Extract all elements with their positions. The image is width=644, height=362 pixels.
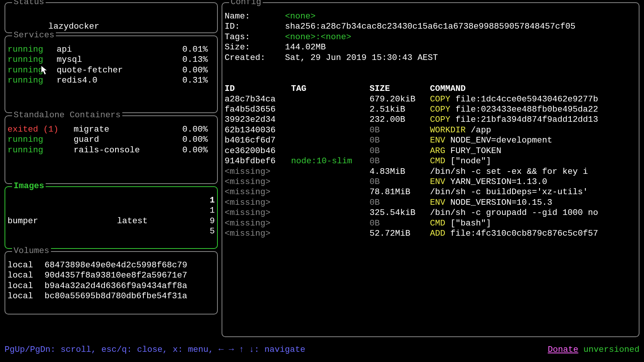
layer-tag (291, 125, 370, 135)
layer-id: <missing> (225, 167, 291, 177)
app-name: lazydocker (48, 21, 99, 31)
layer-command: ENV NODE_ENV=development (430, 135, 636, 146)
service-row[interactable]: runningapi0.01% (8, 44, 215, 55)
layer-command: WORKDIR /app (430, 125, 636, 135)
layer-id: <missing> (225, 187, 291, 197)
layer-size: 2.51kiB (370, 104, 430, 115)
standalone-title: Standalone Containers (12, 110, 122, 120)
layer-tag (291, 115, 370, 125)
layer-tag (291, 146, 370, 156)
layer-tag (291, 187, 370, 197)
layer-id: fa4b5d3656 (225, 104, 291, 115)
service-name: redis4.0 (57, 75, 182, 86)
layer-row[interactable]: fa4b5d36562.51kiBCOPY file:023433ee488fb… (225, 104, 636, 115)
layer-row[interactable]: <missing>52.72MiBADD file:4fc310c0cb879c… (225, 229, 636, 239)
layer-row[interactable]: ce36200b460BARG FURY_TOKEN (225, 146, 636, 156)
image-row[interactable]: bumperlatest9 (8, 216, 215, 226)
layer-row[interactable]: <missing>0BCMD ["bash"] (225, 218, 636, 229)
container-row[interactable]: runningrails-console0.00% (8, 145, 215, 155)
layer-command: CMD ["node"] (430, 156, 636, 166)
layer-header-id: ID (225, 84, 291, 94)
layer-row[interactable]: <missing>0BENV NODE_VERSION=10.15.3 (225, 198, 636, 208)
layer-row[interactable]: <missing>0BENV YARN_VERSION=1.13.0 (225, 177, 636, 187)
cfg-created-label: Created: (225, 53, 285, 63)
volume-row[interactable]: local90d4357f8a93810ee8f2a59671e7 (8, 270, 215, 281)
volume-name: bc80a55695b8d780db6fbe54f31a (45, 291, 215, 301)
image-name: bumper (8, 216, 117, 226)
layer-row[interactable]: <missing>4.83MiB/bin/sh -c set -ex && fo… (225, 167, 636, 177)
volume-row[interactable]: localb9a4a32a2d4d6366f9a9434aff8a (8, 281, 215, 291)
images-panel[interactable]: Images 11bumperlatest95 (5, 186, 218, 249)
volume-driver: local (8, 291, 45, 301)
image-row[interactable]: 1 (8, 195, 215, 206)
cfg-size-value: 144.02MB (285, 42, 326, 52)
layer-row[interactable]: 39923e2d34232.00BCOPY file:21bfa394d874f… (225, 115, 636, 125)
cfg-created-value: Sat, 29 Jun 2019 15:30:43 AEST (285, 53, 438, 63)
layer-id: <missing> (225, 177, 291, 187)
help-text: PgUp/PgDn: scroll, esc/q: close, x: menu… (5, 345, 305, 355)
service-row[interactable]: runningredis4.00.31% (8, 75, 215, 86)
image-tag: latest (117, 216, 203, 226)
layer-id: <missing> (225, 229, 291, 239)
layer-size: 0B (370, 125, 430, 135)
layer-id: 62b1340036 (225, 125, 291, 135)
layer-row[interactable]: a28c7b34ca679.20kiBCOPY file:1dc4cce0e59… (225, 94, 636, 104)
layer-command: COPY file:023433ee488fb0be495da22 (430, 104, 636, 115)
layer-id: b4016cf6d7 (225, 135, 291, 146)
layer-command: ENV NODE_VERSION=10.15.3 (430, 198, 636, 208)
service-name: mysql (57, 55, 182, 65)
layer-command: ENV YARN_VERSION=1.13.0 (430, 177, 636, 187)
layer-header-size: SIZE (370, 84, 430, 94)
service-row[interactable]: runningmysql0.13% (8, 55, 215, 65)
volume-driver: local (8, 260, 45, 270)
container-name: migrate (74, 124, 182, 135)
services-panel[interactable]: Services runningapi0.01%runningmysql0.13… (5, 35, 218, 113)
volume-row[interactable]: localbc80a55695b8d780db6fbe54f31a (8, 291, 215, 301)
layer-row[interactable]: b4016cf6d70BENV NODE_ENV=development (225, 135, 636, 146)
donate-link[interactable]: Donate (548, 345, 578, 354)
layer-row[interactable]: 62b13400360BWORKDIR /app (225, 125, 636, 135)
volumes-panel[interactable]: Volumes local68473898e49e0e4d2c5998f68c7… (5, 251, 218, 314)
image-count: 9 (203, 216, 215, 226)
image-row[interactable]: 1 (8, 206, 215, 216)
layer-tag (291, 229, 370, 239)
layer-size: 78.81MiB (370, 187, 430, 197)
service-cpu: 0.00% (182, 65, 215, 75)
layer-tag (291, 94, 370, 104)
volume-driver: local (8, 281, 45, 291)
layer-tag (291, 104, 370, 115)
layer-row[interactable]: 914bfdbef6node:10-slim0BCMD ["node"] (225, 156, 636, 166)
container-row[interactable]: runningguard0.00% (8, 135, 215, 145)
image-count: 1 (203, 206, 215, 216)
layer-size: 0B (370, 135, 430, 146)
standalone-containers-panel[interactable]: Standalone Containers exited (1)migrate0… (5, 115, 218, 184)
layer-id: 914bfdbef6 (225, 156, 291, 166)
layer-size: 4.83MiB (370, 167, 430, 177)
status-panel[interactable]: Status lazydocker (5, 2, 218, 33)
container-row[interactable]: exited (1)migrate0.00% (8, 124, 215, 135)
images-title: Images (12, 181, 46, 191)
layer-id: <missing> (225, 208, 291, 218)
layer-command: ADD file:4fc310c0cb879c876c5c0f57 (430, 229, 636, 239)
layer-header-row: IDTAGSIZECOMMAND (225, 84, 636, 94)
volume-row[interactable]: local68473898e49e0e4d2c5998f68c79 (8, 260, 215, 270)
layer-id: <missing> (225, 218, 291, 229)
service-cpu: 0.31% (182, 75, 215, 86)
layer-size: 679.20kiB (370, 94, 430, 104)
layer-command: CMD ["bash"] (430, 218, 636, 229)
layer-id: 39923e2d34 (225, 115, 291, 125)
layer-command: /bin/sh -c groupadd --gid 1000 no (430, 208, 636, 218)
service-status: running (8, 44, 57, 55)
layer-row[interactable]: <missing>78.81MiB/bin/sh -c buildDeps='x… (225, 187, 636, 197)
layer-command: /bin/sh -c set -ex && for key i (430, 167, 636, 177)
service-row[interactable]: runningquote-fetcher0.00% (8, 65, 215, 75)
service-name: quote-fetcher (57, 65, 182, 75)
image-row[interactable]: 5 (8, 226, 215, 236)
config-panel[interactable]: Config Name:<none>ID:sha256:a28c7b34cac8… (222, 2, 639, 337)
image-name (8, 206, 117, 216)
layer-command: COPY file:1dc4cce0e59430462e9277b (430, 94, 636, 104)
layer-tag (291, 218, 370, 229)
services-title: Services (12, 30, 56, 40)
service-name: api (57, 44, 182, 55)
layer-row[interactable]: <missing>325.54kiB/bin/sh -c groupadd --… (225, 208, 636, 218)
